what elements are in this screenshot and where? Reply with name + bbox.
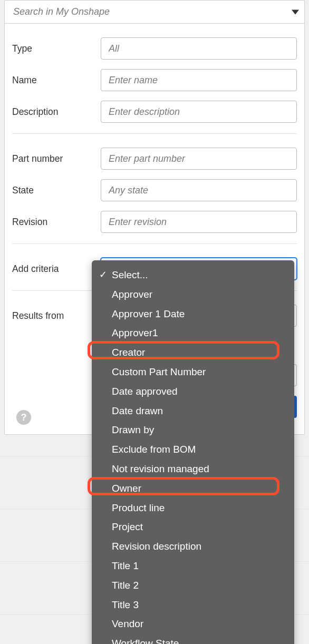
menu-item-owner[interactable]: Owner <box>92 479 294 499</box>
menu-item-exclude-from-bom[interactable]: Exclude from BOM <box>92 440 294 460</box>
revision-label: Revision <box>12 217 101 228</box>
menu-item-approver-1-date[interactable]: Approver 1 Date <box>92 305 294 324</box>
results-from-label: Results from <box>12 310 101 321</box>
help-icon[interactable]: ? <box>16 410 31 425</box>
menu-item-project[interactable]: Project <box>92 518 294 537</box>
description-field[interactable] <box>101 101 297 123</box>
search-bar[interactable] <box>5 1 304 24</box>
add-criteria-label: Add criteria <box>12 264 101 275</box>
menu-item-date-drawn[interactable]: Date drawn <box>92 402 294 421</box>
filter-section-2: Part number State Revision <box>5 134 304 243</box>
type-label: Type <box>12 43 101 54</box>
menu-item-custom-part-number[interactable]: Custom Part Number <box>92 363 294 382</box>
filter-section-1: Type Name Description <box>5 24 304 133</box>
type-field[interactable] <box>101 37 297 60</box>
menu-item-title-1[interactable]: Title 1 <box>92 557 294 576</box>
menu-item-vendor[interactable]: Vendor <box>92 614 294 634</box>
name-field[interactable] <box>101 69 297 91</box>
menu-item-drawn-by[interactable]: Drawn by <box>92 421 294 440</box>
menu-item-product-line[interactable]: Product line <box>92 499 294 518</box>
part-number-label: Part number <box>12 153 101 164</box>
menu-item-title-2[interactable]: Title 2 <box>92 576 294 596</box>
menu-item-select[interactable]: Select... <box>92 266 294 285</box>
description-label: Description <box>12 106 101 118</box>
revision-field[interactable] <box>101 211 297 233</box>
menu-item-revision-description[interactable]: Revision description <box>92 537 294 557</box>
state-field[interactable] <box>101 179 297 201</box>
state-label: State <box>12 185 101 196</box>
menu-item-approver[interactable]: Approver <box>92 285 294 305</box>
search-input[interactable] <box>12 6 283 18</box>
name-label: Name <box>12 75 101 86</box>
menu-item-approver1[interactable]: Approver1 <box>92 324 294 343</box>
menu-item-title-3[interactable]: Title 3 <box>92 596 294 615</box>
menu-item-creator[interactable]: Creator <box>92 343 294 363</box>
menu-item-workflow-state[interactable]: Workflow State <box>92 634 294 644</box>
part-number-field[interactable] <box>101 148 297 170</box>
menu-item-not-revision-managed[interactable]: Not revision managed <box>92 460 294 479</box>
menu-item-date-approved[interactable]: Date approved <box>92 382 294 402</box>
add-criteria-menu[interactable]: Select...ApproverApprover 1 DateApprover… <box>92 260 294 644</box>
chevron-down-icon[interactable] <box>292 9 299 14</box>
